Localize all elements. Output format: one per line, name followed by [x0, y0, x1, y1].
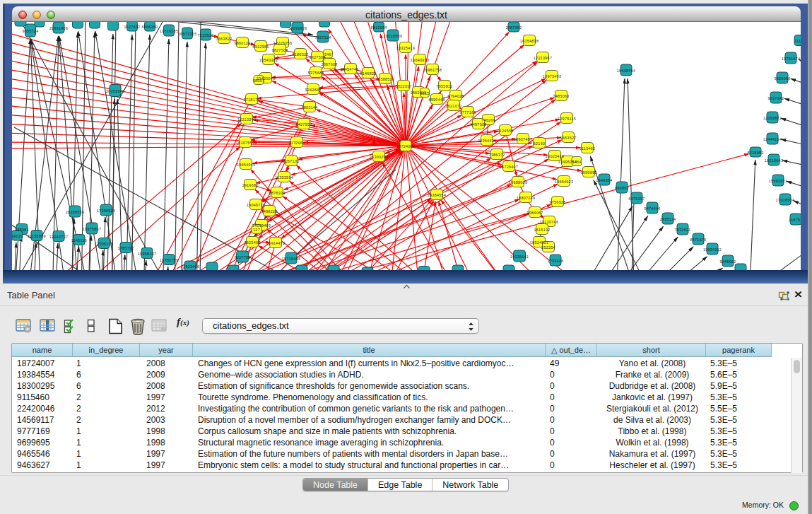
svg-text:15692971: 15692971 [769, 179, 787, 183]
svg-text:9827508: 9827508 [271, 48, 288, 52]
svg-text:252254: 252254 [541, 245, 555, 250]
svg-text:19975867: 19975867 [83, 227, 101, 231]
svg-text:12213967: 12213967 [534, 56, 552, 60]
svg-text:10807487: 10807487 [514, 137, 532, 141]
svg-text:7663822: 7663822 [216, 37, 232, 41]
svg-text:19654923: 19654923 [555, 180, 573, 184]
svg-text:8878334: 8878334 [269, 191, 285, 195]
svg-text:7386372: 7386372 [488, 153, 505, 157]
svg-text:1615132: 1615132 [534, 228, 550, 232]
svg-text:7955812: 7955812 [436, 84, 452, 88]
svg-text:12942737: 12942737 [49, 235, 68, 239]
svg-text:9329966: 9329966 [774, 76, 790, 81]
svg-text:9860123: 9860123 [234, 41, 250, 45]
svg-text:7485063: 7485063 [553, 94, 569, 98]
svg-text:8990448: 8990448 [428, 98, 445, 102]
svg-text:2718176: 2718176 [243, 98, 259, 102]
svg-text:12093872: 12093872 [763, 116, 782, 120]
svg-text:9657791: 9657791 [234, 255, 250, 259]
svg-text:12923466: 12923466 [181, 264, 199, 269]
svg-text:5375685: 5375685 [307, 71, 324, 75]
svg-text:9227342: 9227342 [767, 96, 784, 100]
svg-text:16107553: 16107553 [236, 141, 254, 145]
svg-text:10025438: 10025438 [546, 154, 564, 158]
svg-text:8912955: 8912955 [252, 45, 269, 49]
svg-text:16033809: 16033809 [288, 26, 307, 30]
svg-text:9055724: 9055724 [22, 29, 38, 33]
svg-text:1785722: 1785722 [117, 246, 134, 250]
svg-text:9115460: 9115460 [579, 146, 596, 151]
svg-text:5322037: 5322037 [395, 84, 411, 88]
svg-text:8454749: 8454749 [342, 67, 358, 71]
svg-text:15588520: 15588520 [376, 77, 394, 81]
svg-text:10973493: 10973493 [543, 74, 561, 78]
svg-text:1916682: 1916682 [242, 183, 258, 187]
svg-text:16154838: 16154838 [520, 39, 539, 43]
svg-text:9474444: 9474444 [644, 206, 660, 211]
svg-text:10719185: 10719185 [160, 29, 178, 33]
svg-text:9463627: 9463627 [560, 136, 576, 140]
svg-text:20053346: 20053346 [106, 89, 124, 93]
svg-text:2867608: 2867608 [321, 62, 337, 66]
svg-text:8471676: 8471676 [690, 238, 706, 242]
svg-text:116753: 116753 [789, 218, 801, 222]
svg-text:6794028: 6794028 [447, 94, 464, 98]
svg-text:18807249: 18807249 [517, 196, 535, 200]
svg-text:893892: 893892 [615, 186, 629, 190]
svg-text:8215953: 8215953 [747, 151, 763, 155]
svg-text:1145119: 1145119 [71, 238, 87, 243]
svg-text:11121: 11121 [794, 39, 801, 43]
svg-text:3498222: 3498222 [261, 209, 277, 214]
svg-text:8813054: 8813054 [370, 25, 387, 30]
svg-text:16648764: 16648764 [617, 69, 635, 73]
svg-text:16914479: 16914479 [266, 241, 285, 245]
svg-text:15716485: 15716485 [282, 257, 300, 261]
svg-text:10120746: 10120746 [540, 220, 558, 224]
svg-text:6497508: 6497508 [470, 122, 486, 127]
svg-text:6479197: 6479197 [628, 197, 645, 201]
svg-text:8267130: 8267130 [283, 159, 299, 163]
svg-text:19751074: 19751074 [782, 57, 800, 61]
svg-text:2935114: 2935114 [660, 217, 676, 221]
svg-text:9146821: 9146821 [360, 71, 376, 76]
svg-text:18724007: 18724007 [396, 144, 415, 148]
svg-text:9777169: 9777169 [459, 110, 476, 115]
svg-text:8186323: 8186323 [292, 52, 308, 57]
svg-text:10958107: 10958107 [138, 252, 156, 256]
svg-text:19384554: 19384554 [428, 193, 446, 197]
svg-text:25300293: 25300293 [370, 155, 388, 159]
svg-text:20691406: 20691406 [49, 26, 68, 30]
svg-text:2087682: 2087682 [505, 25, 522, 30]
svg-text:1733426: 1733426 [547, 259, 563, 263]
svg-text:7515526: 7515526 [197, 33, 213, 37]
svg-text:1527602: 1527602 [124, 25, 140, 29]
svg-text:7625402: 7625402 [244, 240, 260, 245]
svg-text:12975115: 12975115 [558, 117, 576, 121]
svg-text:12213349: 12213349 [237, 117, 256, 122]
svg-text:2803144: 2803144 [301, 105, 317, 110]
svg-text:546: 546 [324, 52, 331, 57]
svg-text:985081: 985081 [15, 228, 29, 232]
svg-text:9515: 9515 [420, 91, 429, 95]
svg-text:11353594: 11353594 [275, 175, 293, 180]
svg-text:7632621: 7632621 [674, 228, 690, 232]
svg-text:9242848: 9242848 [305, 88, 321, 92]
svg-text:13325419: 13325419 [396, 46, 415, 50]
svg-text:9699695: 9699695 [580, 170, 596, 175]
svg-text:9084067: 9084067 [526, 211, 543, 215]
svg-text:8427552: 8427552 [295, 122, 312, 127]
svg-text:16640910: 16640910 [411, 58, 429, 62]
svg-text:16210643: 16210643 [765, 158, 783, 163]
svg-text:17359924: 17359924 [97, 209, 115, 213]
svg-text:15720407: 15720407 [500, 165, 518, 169]
svg-text:62160: 62160 [534, 141, 546, 146]
svg-text:1621072: 1621072 [445, 104, 461, 108]
svg-text:19218506: 19218506 [384, 34, 402, 38]
svg-text:14136141: 14136141 [510, 255, 529, 259]
svg-text:7357224: 7357224 [314, 35, 331, 40]
svg-text:19046736: 19046736 [247, 203, 265, 207]
svg-text:12505135: 12505135 [95, 242, 113, 246]
svg-text:1640954: 1640954 [596, 178, 612, 182]
svg-text:16671355: 16671355 [178, 32, 196, 36]
svg-text:127: 127 [253, 228, 260, 232]
